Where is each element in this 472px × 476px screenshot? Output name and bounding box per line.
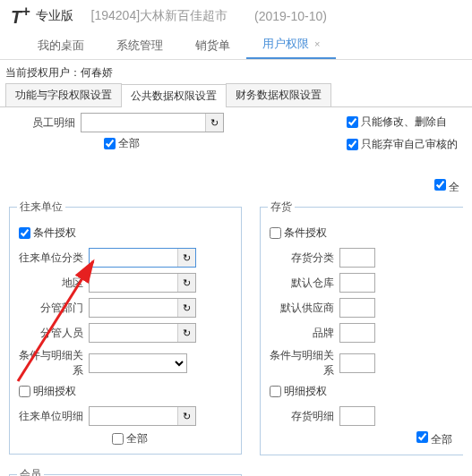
only-unapprove-own-checkbox[interactable]	[347, 139, 358, 150]
company-name: [194204]大林新百佳超市	[91, 8, 228, 24]
partner-cond-auth-label: 条件授权	[33, 225, 76, 241]
only-edit-own-checkbox[interactable]	[347, 116, 358, 128]
logo: T+	[11, 4, 30, 28]
tab-sales[interactable]: 销货单	[179, 32, 246, 59]
partner-detail-auth-label: 明细授权	[33, 384, 76, 399]
close-icon[interactable]: ×	[314, 38, 320, 49]
partner-all-checkbox[interactable]	[112, 433, 124, 445]
stock-cat-label: 存货分类	[268, 251, 339, 266]
sub-tabs: 功能与字段权限设置 公共数据权限设置 财务数据权限设置	[0, 83, 472, 107]
stock-all-checkbox[interactable]	[416, 431, 428, 443]
stock-detail-auth-checkbox[interactable]	[270, 386, 281, 397]
stock-detail-input[interactable]	[339, 406, 375, 426]
partner-legend: 往来单位	[17, 200, 65, 215]
emp-detail-label: 员工明细	[9, 115, 81, 131]
stock-supplier-input[interactable]	[339, 298, 375, 318]
lookup-icon[interactable]: ↻	[177, 324, 195, 342]
stock-cond-auth-checkbox[interactable]	[270, 227, 281, 239]
stock-wh-input[interactable]	[339, 273, 375, 293]
partner-dept-label: 分管部门	[17, 301, 89, 316]
stock-all-label: 全部	[431, 433, 452, 446]
subtab-finance-data[interactable]: 财务数据权限设置	[226, 83, 331, 106]
lookup-icon[interactable]: ↻	[177, 299, 195, 317]
edition: 专业版	[36, 8, 73, 24]
partner-rel-label: 条件与明细关系	[17, 348, 89, 378]
current-user: 当前授权用户：何春娇	[0, 60, 472, 83]
emp-detail-input[interactable]	[81, 113, 224, 132]
stock-rel-label: 条件与明细关系	[268, 348, 339, 378]
stock-detail-label: 存货明细	[268, 409, 339, 424]
topright-all-label: 全	[449, 181, 459, 193]
partner-all-label: 全部	[126, 431, 148, 446]
tab-system[interactable]: 系统管理	[100, 32, 179, 59]
topright-all-checkbox[interactable]	[434, 179, 446, 191]
emp-all-label: 全部	[118, 136, 140, 151]
stock-detail-auth-label: 明细授权	[284, 384, 327, 399]
partner-group: 往来单位 条件授权 往来单位分类↻ 地区↻ 分管部门↻ 分管人员↻ 条件与明细关…	[9, 200, 242, 455]
stock-group: 存货 条件授权 存货分类 默认仓库 默认供应商 品牌 条件与明细关系 明细授权 …	[260, 200, 463, 455]
partner-region-label: 地区	[17, 276, 89, 291]
stock-cond-auth-label: 条件授权	[284, 225, 327, 241]
partner-cat-label: 往来单位分类	[17, 251, 89, 266]
stock-supplier-label: 默认供应商	[268, 301, 339, 316]
lookup-icon[interactable]: ↻	[177, 249, 195, 267]
lookup-icon[interactable]: ↻	[205, 114, 223, 132]
partner-detail-label: 往来单位明细	[17, 409, 89, 424]
stock-brand-input[interactable]	[339, 323, 375, 343]
partner-detail-auth-checkbox[interactable]	[19, 386, 30, 397]
only-edit-own-label: 只能修改、删除自	[361, 115, 447, 130]
tab-user-perm[interactable]: 用户权限 ×	[246, 30, 336, 59]
subtab-func[interactable]: 功能与字段权限设置	[5, 83, 122, 106]
only-unapprove-own-label: 只能弃审自己审核的	[361, 137, 458, 152]
main-tabs: 我的桌面 系统管理 销货单 用户权限 ×	[0, 31, 472, 60]
header-date: (2019-10-10)	[254, 9, 327, 23]
emp-all-checkbox[interactable]	[104, 138, 116, 149]
partner-cond-auth-checkbox[interactable]	[19, 227, 30, 239]
stock-brand-label: 品牌	[268, 326, 339, 341]
lookup-icon[interactable]: ↻	[177, 274, 195, 292]
stock-legend: 存货	[268, 200, 295, 215]
partner-rel-select[interactable]	[89, 353, 187, 373]
tab-desktop[interactable]: 我的桌面	[21, 32, 100, 59]
stock-rel-input[interactable]	[339, 353, 375, 373]
stock-cat-input[interactable]	[339, 248, 375, 268]
lookup-icon[interactable]: ↻	[177, 407, 195, 425]
member-legend: 会员	[17, 467, 44, 476]
subtab-public-data[interactable]: 公共数据权限设置	[121, 84, 227, 107]
stock-wh-label: 默认仓库	[268, 276, 339, 291]
member-group: 会员 条件授权 开卡门店↻	[9, 467, 242, 476]
partner-person-label: 分管人员	[17, 326, 89, 341]
